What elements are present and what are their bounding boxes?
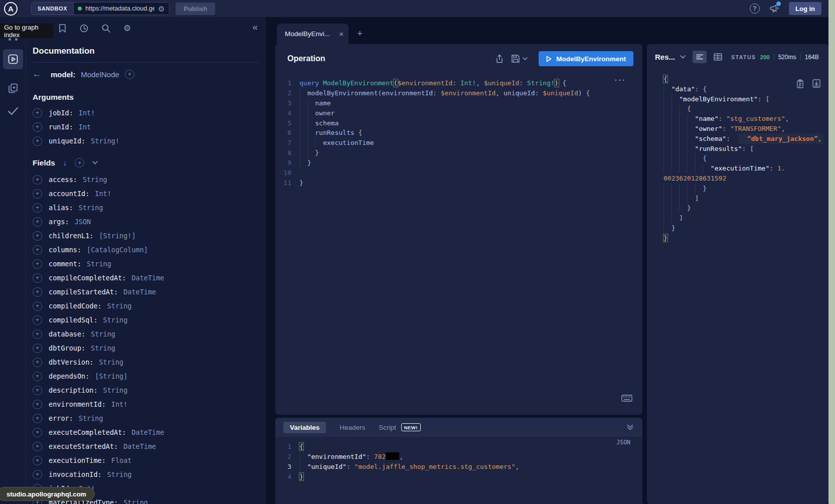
field-row-executeStartedAt[interactable]: +executeStartedAt:DateTime [26,439,266,453]
tab-close-icon[interactable]: × [339,30,344,38]
save-options-chevron-icon[interactable] [523,57,528,60]
add-to-operation-icon[interactable]: + [33,259,42,269]
chevron-down-icon[interactable] [92,161,98,164]
field-name: access: [49,176,77,184]
docs-settings-gear-icon[interactable]: ⚙ [123,24,131,33]
code-line: 1query ModelByEnvironment($environmentId… [275,78,642,88]
add-to-operation-icon[interactable]: + [33,456,42,465]
field-row-access[interactable]: +access:String [26,173,266,187]
field-row-comment[interactable]: +comment:String [26,257,266,271]
new-tab-button[interactable]: + [357,28,363,39]
add-to-operation-icon[interactable]: + [33,136,42,146]
add-to-operation-icon[interactable]: + [33,400,42,409]
tab-variables[interactable]: Variables [283,422,326,433]
history-icon[interactable] [79,24,89,33]
add-to-operation-icon[interactable]: + [33,217,42,227]
endpoint-settings-gear-icon[interactable]: ⚙ [158,5,164,13]
response-chevron-icon[interactable] [680,55,686,59]
add-to-operation-icon[interactable]: + [33,386,42,395]
endpoint-url-input[interactable]: https://metadata.cloud.get [85,5,154,12]
operation-menu-icon[interactable]: ··· [615,76,626,84]
response-json[interactable]: { "data": { "modelByEnvironment": [ { "n… [663,74,828,243]
field-row-dbtGroup[interactable]: +dbtGroup:String [26,341,266,355]
field-row-alias[interactable]: +alias:String [26,201,266,215]
tab-modelbyenvironment[interactable]: ModelByEnvi... × [277,24,349,44]
collapse-variables-icon[interactable] [627,424,633,430]
login-button[interactable]: Log in [789,2,821,15]
graph-index-icon[interactable] [0,38,26,41]
table-view-toggle[interactable] [714,53,722,61]
help-icon[interactable]: ? [750,4,760,14]
apollo-logo[interactable]: A [4,2,18,16]
add-all-fields-icon[interactable]: + [125,70,134,79]
field-row-compileStartedAt[interactable]: +compileStartedAt:DateTime [26,285,266,299]
add-to-operation-icon[interactable]: + [33,414,42,423]
sandbox-chip[interactable]: SANDBOX [32,3,74,15]
field-row-compileCompletedAt[interactable]: +compileCompletedAt:DateTime [26,271,266,285]
add-to-operation-icon[interactable]: + [33,329,42,339]
field-row-compiledSql[interactable]: +compiledSql:String [26,313,266,327]
field-row-accountId[interactable]: +accountId:Int! [26,187,266,201]
bookmark-icon[interactable] [58,24,67,33]
run-operation-button[interactable]: ModelByEnvironment [539,51,633,66]
field-row-childrenL1[interactable]: +childrenL1:[String!] [26,229,266,243]
argument-row-jobId[interactable]: +jobId:Int! [26,106,266,120]
field-row-args[interactable]: +args:JSON [26,215,266,229]
add-to-operation-icon[interactable]: + [33,470,42,479]
add-to-operation-icon[interactable]: + [33,189,42,199]
field-row-database[interactable]: +database:String [26,327,266,341]
explorer-nav-button[interactable] [3,49,23,69]
field-row-executeCompletedAt[interactable]: +executeCompletedAt:DateTime [26,425,266,439]
collections-nav-button[interactable] [0,82,26,94]
add-to-operation-icon[interactable]: + [33,372,42,381]
variables-editor[interactable]: 1{2 "environmentId": 782,3 "uniqueId": "… [275,442,642,482]
checks-nav-button[interactable] [0,105,26,116]
endpoint-url-box[interactable]: https://metadata.cloud.get ⚙ [74,3,169,15]
keyboard-shortcuts-icon[interactable] [621,395,632,402]
search-icon[interactable] [101,24,111,33]
save-icon[interactable] [511,54,520,63]
model-type-link[interactable]: ModelNode [81,70,119,79]
field-row-dependsOn[interactable]: +dependsOn:[String] [26,369,266,383]
tab-script-group[interactable]: Script NEW! [379,423,420,431]
add-to-operation-icon[interactable]: + [33,287,42,297]
sort-fields-icon[interactable]: ↓ [63,158,67,167]
add-to-operation-icon[interactable]: + [33,442,42,451]
field-row-description[interactable]: +description:String [26,383,266,397]
add-to-operation-icon[interactable]: + [33,175,42,185]
back-arrow-icon[interactable]: ← [33,69,41,79]
add-to-operation-icon[interactable]: + [33,315,42,325]
add-to-operation-icon[interactable]: + [33,301,42,311]
status-code: 200 [760,54,769,60]
field-row-error[interactable]: +error:String [26,411,266,425]
field-row-compiledCode[interactable]: +compiledCode:String [26,299,266,313]
field-row-dbtVersion[interactable]: +dbtVersion:String [26,355,266,369]
copy-response-icon[interactable] [796,79,804,88]
add-to-operation-icon[interactable]: + [33,203,42,213]
field-row-columns[interactable]: +columns:[CatalogColumn] [26,243,266,257]
field-row-invocationId[interactable]: +invocationId:String [26,467,266,481]
field-row-executionTime[interactable]: +executionTime:Float [26,453,266,467]
add-to-operation-icon[interactable]: + [33,358,42,367]
argument-row-runId[interactable]: +runId:Int [26,120,266,134]
add-fields-icon[interactable]: + [75,158,84,167]
collapse-sidebar-icon[interactable]: « [252,22,258,33]
raw-view-toggle[interactable] [693,51,707,63]
publish-button[interactable]: Publish [176,3,215,15]
add-to-operation-icon[interactable]: + [33,273,42,283]
share-icon[interactable] [495,54,504,64]
tab-headers[interactable]: Headers [340,424,365,431]
add-to-operation-icon[interactable]: + [33,231,42,241]
add-to-operation-icon[interactable]: + [33,245,42,255]
add-to-operation-icon[interactable]: + [33,122,42,132]
add-to-operation-icon[interactable]: + [33,108,42,118]
announcements-megaphone-icon[interactable] [769,3,780,14]
response-title[interactable]: Res... [655,53,675,61]
operation-editor[interactable]: 1query ModelByEnvironment($environmentId… [275,73,642,188]
add-to-operation-icon[interactable]: + [33,344,42,353]
argument-row-uniqueId[interactable]: +uniqueId:String! [26,134,266,148]
model-label: model: [51,70,75,79]
download-response-icon[interactable] [812,79,820,88]
add-to-operation-icon[interactable]: + [33,428,42,437]
field-row-environmentId[interactable]: +environmentId:Int! [26,397,266,411]
